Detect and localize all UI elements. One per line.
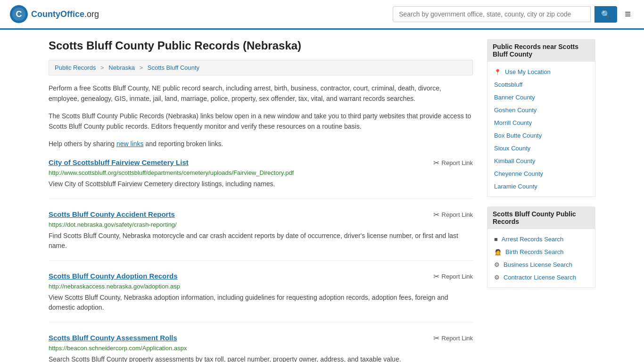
nearby-links: 📍 Use My Location Scottsbluff Banner Cou… <box>487 62 595 197</box>
logo-text: CountyOffice.org <box>31 9 99 19</box>
sidebar-morrill-county[interactable]: Morrill County <box>487 116 595 129</box>
description-text: Perform a free Scotts Bluff County, NE p… <box>49 83 473 104</box>
record-desc: Find Scotts Bluff County, Nebraska motor… <box>49 231 473 251</box>
morrill-county-link[interactable]: Morrill County <box>494 119 532 126</box>
report-label: Report Link <box>442 273 473 280</box>
arrest-icon: ■ <box>494 236 498 243</box>
location-pin-icon: 📍 <box>494 69 501 75</box>
report-icon: ✂ <box>433 334 439 343</box>
report-label: Report Link <box>442 335 473 342</box>
report-link-button[interactable]: ✂ Report Link <box>433 272 473 281</box>
record-entry: Scotts Bluff County Accident Reports ✂ R… <box>49 210 473 261</box>
record-desc: View City of Scottsbluff Fairview Cemete… <box>49 179 473 189</box>
breadcrumb: Public Records > Nebraska > Scotts Bluff… <box>49 60 473 75</box>
record-entry: Scotts Bluff County Adoption Records ✂ R… <box>49 272 473 322</box>
record-header: Scotts Bluff County Adoption Records ✂ R… <box>49 272 473 281</box>
birth-records-link[interactable]: Birth Records Search <box>505 248 564 255</box>
search-icon: 🔍 <box>601 10 611 18</box>
scottsbluff-link[interactable]: Scottsbluff <box>494 81 522 88</box>
desc3-suffix: and reporting broken links. <box>144 140 223 148</box>
menu-button[interactable]: ≡ <box>621 6 635 22</box>
sidebar-goshen-county[interactable]: Goshen County <box>487 104 595 116</box>
header: C CountyOffice.org 🔍 ≡ <box>0 0 644 30</box>
banner-county-link[interactable]: Banner County <box>494 94 535 101</box>
logo-icon: C <box>9 5 28 24</box>
public-records-section: Scotts Bluff County Public Records ■ Arr… <box>487 206 595 288</box>
report-link-button[interactable]: ✂ Report Link <box>433 158 473 167</box>
laramie-county-link[interactable]: Laramie County <box>494 183 537 190</box>
logo-area: C CountyOffice.org <box>9 5 99 24</box>
business-gear-icon: ⚙ <box>494 261 500 268</box>
report-icon: ✂ <box>433 158 439 167</box>
sidebar-laramie-county[interactable]: Laramie County <box>487 180 595 193</box>
box-butte-county-link[interactable]: Box Butte County <box>494 132 542 139</box>
contractor-gear-icon: ⚙ <box>494 274 500 281</box>
content-area: Scotts Bluff County Public Records (Nebr… <box>49 39 473 362</box>
record-url: https://beacon.schneidercorp.com/Applica… <box>49 345 473 352</box>
record-title[interactable]: City of Scottsbluff Fairview Cemetery Li… <box>49 158 189 166</box>
sidebar: Public Records near Scotts Bluff County … <box>487 39 595 362</box>
breadcrumb-sep2: > <box>140 64 143 71</box>
use-my-location-link[interactable]: Use My Location <box>505 68 551 75</box>
sidebar-kimball-county[interactable]: Kimball County <box>487 155 595 167</box>
public-records-section-title: Scotts Bluff County Public Records <box>487 206 595 229</box>
report-label: Report Link <box>442 159 473 166</box>
cheyenne-county-link[interactable]: Cheyenne County <box>494 170 543 177</box>
sidebar-box-butte-county[interactable]: Box Butte County <box>487 129 595 142</box>
page-title: Scotts Bluff County Public Records (Nebr… <box>49 39 473 52</box>
description2-text: The Scotts Bluff County Public Records (… <box>49 111 473 132</box>
record-url: http://nebraskaccess.nebraska.gov/adopti… <box>49 283 473 290</box>
breadcrumb-public-records[interactable]: Public Records <box>55 64 96 71</box>
sidebar-banner-county[interactable]: Banner County <box>487 91 595 104</box>
goshen-county-link[interactable]: Goshen County <box>494 107 537 114</box>
breadcrumb-sep1: > <box>100 64 104 71</box>
record-url: http://www.scottsbluff.org/scottsbluff/d… <box>49 169 473 176</box>
record-header: City of Scottsbluff Fairview Cemetery Li… <box>49 158 473 167</box>
breadcrumb-nebraska[interactable]: Nebraska <box>108 64 135 71</box>
breadcrumb-scotts-bluff[interactable]: Scotts Bluff County <box>148 64 199 71</box>
report-label: Report Link <box>442 211 473 218</box>
record-title[interactable]: Scotts Bluff County Adoption Records <box>49 272 178 280</box>
sidebar-contractor-license[interactable]: ⚙ Contractor License Search <box>487 271 595 284</box>
sidebar-birth-records[interactable]: 🙍 Birth Records Search <box>487 246 595 258</box>
arrest-records-link[interactable]: Arrest Records Search <box>502 236 564 243</box>
record-title[interactable]: Scotts Bluff County Accident Reports <box>49 210 175 218</box>
nearby-section-title: Public Records near Scotts Bluff County <box>487 39 595 62</box>
report-link-button[interactable]: ✂ Report Link <box>433 210 473 219</box>
record-desc: Search Scotts Bluff County property asse… <box>49 354 473 362</box>
birth-icon: 🙍 <box>494 248 502 255</box>
record-url: https://dot.nebraska.gov/safety/crash-re… <box>49 221 473 228</box>
business-license-link[interactable]: Business License Search <box>504 261 572 268</box>
sidebar-cheyenne-county[interactable]: Cheyenne County <box>487 167 595 180</box>
hamburger-icon: ≡ <box>625 8 631 20</box>
report-icon: ✂ <box>433 210 439 219</box>
desc3-prefix: Help others by sharing <box>49 140 116 148</box>
record-header: Scotts Bluff County Accident Reports ✂ R… <box>49 210 473 219</box>
record-entry: City of Scottsbluff Fairview Cemetery Li… <box>49 158 473 199</box>
sidebar-sioux-county[interactable]: Sioux County <box>487 142 595 155</box>
sidebar-arrest-records[interactable]: ■ Arrest Records Search <box>487 233 595 246</box>
report-link-button[interactable]: ✂ Report Link <box>433 334 473 343</box>
record-entry: Scotts Bluff County Assessment Rolls ✂ R… <box>49 334 473 362</box>
search-input[interactable] <box>393 6 591 22</box>
nearby-section: Public Records near Scotts Bluff County … <box>487 39 595 197</box>
search-area: 🔍 ≡ <box>393 6 635 23</box>
new-links-link[interactable]: new links <box>116 140 144 148</box>
record-desc: View Scotts Bluff County, Nebraska adopt… <box>49 293 473 313</box>
description3-text: Help others by sharing new links and rep… <box>49 139 473 149</box>
sidebar-scottsbluff[interactable]: Scottsbluff <box>487 78 595 91</box>
report-icon: ✂ <box>433 272 439 281</box>
contractor-license-link[interactable]: Contractor License Search <box>504 274 576 281</box>
record-header: Scotts Bluff County Assessment Rolls ✂ R… <box>49 334 473 343</box>
kimball-county-link[interactable]: Kimball County <box>494 157 535 165</box>
sidebar-use-my-location[interactable]: 📍 Use My Location <box>487 66 595 78</box>
sidebar-business-license[interactable]: ⚙ Business License Search <box>487 258 595 271</box>
public-records-links: ■ Arrest Records Search 🙍 Birth Records … <box>487 229 595 288</box>
main-container: Scotts Bluff County Public Records (Nebr… <box>39 30 605 362</box>
record-title[interactable]: Scotts Bluff County Assessment Rolls <box>49 334 177 342</box>
sioux-county-link[interactable]: Sioux County <box>494 145 530 152</box>
search-button[interactable]: 🔍 <box>594 6 617 23</box>
svg-text:C: C <box>16 9 22 19</box>
